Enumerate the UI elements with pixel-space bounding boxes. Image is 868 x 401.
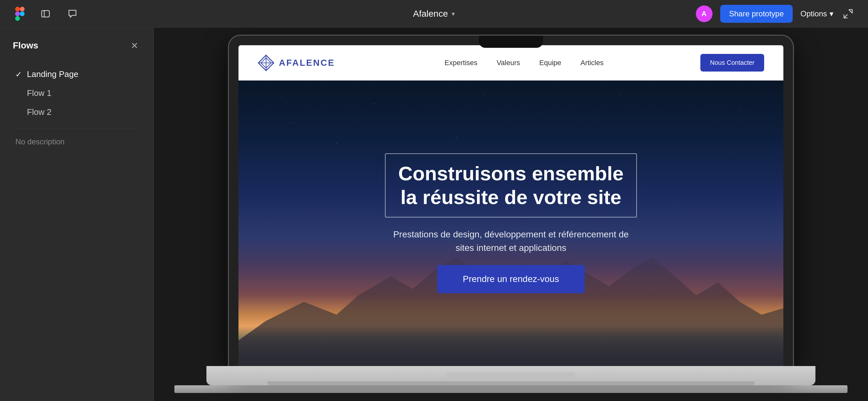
hero-section: Construisons ensemble la réussite de vot… <box>239 81 783 366</box>
options-chevron-icon: ▾ <box>830 9 833 18</box>
hero-headline-line2: la réussite de votre site <box>398 185 624 209</box>
brand-name: AFALENCE <box>279 58 335 68</box>
project-name: Afalence <box>413 9 448 19</box>
no-description-text: No description <box>13 135 141 149</box>
svg-rect-0 <box>15 7 20 11</box>
laptop-base <box>207 366 815 385</box>
laptop-screen-outer: AFALENCE Expertises Valeurs Equipe Artic… <box>229 36 793 366</box>
landing-page-label: Landing Page <box>27 69 78 79</box>
flow2-item[interactable]: Flow 2 <box>13 103 141 122</box>
svg-rect-2 <box>15 11 20 16</box>
svg-line-8 <box>844 15 847 18</box>
figma-logo[interactable] <box>13 7 27 21</box>
laptop-hinge <box>447 372 575 379</box>
svg-line-7 <box>849 10 852 13</box>
flow1-label: Flow 1 <box>27 88 52 98</box>
hero-text-box: Construisons ensemble la réussite de vot… <box>385 153 637 218</box>
flow-list: ✓ Landing Page Flow 1 Flow 2 <box>13 65 141 122</box>
expand-button[interactable] <box>841 7 855 21</box>
website-navbar: AFALENCE Expertises Valeurs Equipe Artic… <box>239 45 783 81</box>
laptop-notch <box>479 36 543 48</box>
svg-rect-3 <box>20 11 25 16</box>
topbar-right: A Share prototype Options ▾ <box>696 5 856 23</box>
nav-link-valeurs[interactable]: Valeurs <box>497 59 520 67</box>
nav-link-equipe[interactable]: Equipe <box>539 59 561 67</box>
brand-logo-icon <box>258 55 274 71</box>
hero-subtext: Prestations de design, développement et … <box>383 228 639 255</box>
sidebar-header: Flows ✕ <box>13 39 141 52</box>
main-content: Flows ✕ ✓ Landing Page Flow 1 Flow 2 No … <box>0 28 868 401</box>
laptop-screen-inner: AFALENCE Expertises Valeurs Equipe Artic… <box>239 45 783 366</box>
topbar-left <box>13 5 81 22</box>
hero-headline: Construisons ensemble la réussite de vot… <box>385 153 637 218</box>
flow1-item[interactable]: Flow 1 <box>13 84 141 103</box>
prototype-canvas: AFALENCE Expertises Valeurs Equipe Artic… <box>154 28 868 401</box>
options-label: Options <box>800 9 827 18</box>
flows-sidebar: Flows ✕ ✓ Landing Page Flow 1 Flow 2 No … <box>0 28 154 401</box>
hero-headline-line1: Construisons ensemble <box>398 162 624 185</box>
laptop-footer-bar <box>174 385 847 393</box>
panel-toggle-button[interactable] <box>37 5 54 22</box>
nav-link-expertises[interactable]: Expertises <box>444 59 477 67</box>
brand-logo: AFALENCE <box>258 55 335 71</box>
svg-rect-5 <box>42 10 49 17</box>
hero-background <box>239 81 783 366</box>
nav-contact-button[interactable]: Nous Contacter <box>700 54 764 71</box>
topbar: Afalence ▾ A Share prototype Options ▾ <box>0 0 868 28</box>
flow2-label: Flow 2 <box>27 107 52 117</box>
hero-cta-button[interactable]: Prendre un rendez-vous <box>437 265 585 293</box>
project-chevron-icon[interactable]: ▾ <box>452 10 455 18</box>
svg-rect-4 <box>15 16 20 21</box>
nav-links: Expertises Valeurs Equipe Articles <box>361 59 687 67</box>
checkmark-icon: ✓ <box>16 70 23 79</box>
sidebar-title: Flows <box>13 40 38 51</box>
share-prototype-button[interactable]: Share prototype <box>720 5 793 23</box>
avatar: A <box>696 5 713 22</box>
options-button[interactable]: Options ▾ <box>800 9 833 18</box>
landing-page-item[interactable]: ✓ Landing Page <box>13 65 141 84</box>
close-sidebar-button[interactable]: ✕ <box>128 39 141 52</box>
laptop-mockup: AFALENCE Expertises Valeurs Equipe Artic… <box>174 36 847 393</box>
comment-button[interactable] <box>64 5 81 22</box>
svg-rect-1 <box>20 7 25 11</box>
topbar-center: Afalence ▾ <box>413 9 455 19</box>
nav-link-articles[interactable]: Articles <box>581 59 603 67</box>
